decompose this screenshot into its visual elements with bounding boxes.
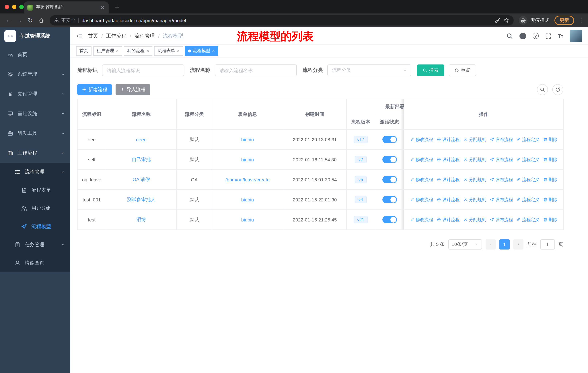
- fullscreen-icon[interactable]: [545, 33, 551, 39]
- sidebar-collapse-button[interactable]: [76, 33, 83, 39]
- close-icon[interactable]: ×: [116, 49, 119, 53]
- action-delete[interactable]: 删除: [543, 176, 557, 183]
- goto-page-input[interactable]: [540, 239, 555, 250]
- tag-home[interactable]: 首页: [76, 46, 92, 56]
- action-delete[interactable]: 删除: [543, 217, 557, 223]
- forward-button[interactable]: →: [14, 15, 25, 26]
- page-size-select[interactable]: 10条/页: [448, 239, 482, 250]
- sidebar-item-infrastructure[interactable]: 基础设施: [0, 104, 70, 123]
- action-assign-rule[interactable]: 分配规则: [463, 136, 486, 143]
- page-number-1[interactable]: 1: [499, 239, 510, 250]
- model-name-link[interactable]: 自己审批: [132, 157, 151, 162]
- search-button[interactable]: 搜索: [417, 64, 444, 76]
- active-toggle[interactable]: [382, 196, 397, 203]
- active-toggle[interactable]: [382, 216, 397, 223]
- sidebar-item-home[interactable]: 首页: [0, 45, 70, 64]
- breadcrumb-process-management[interactable]: 流程管理: [135, 33, 155, 39]
- security-chip[interactable]: 不安全: [54, 17, 75, 24]
- action-modify-process[interactable]: 修改流程: [410, 176, 433, 183]
- form-link[interactable]: /bpm/oa/leave/create: [225, 177, 270, 182]
- action-publish-process[interactable]: 发布流程: [490, 156, 513, 163]
- model-name-link[interactable]: OA 请假: [133, 177, 150, 182]
- password-key-button[interactable]: [495, 18, 501, 23]
- sidebar-item-process-model[interactable]: 流程模型: [0, 217, 70, 236]
- action-publish-process[interactable]: 发布流程: [490, 197, 513, 203]
- home-button[interactable]: [36, 15, 47, 26]
- sidebar-item-system[interactable]: 系统管理: [0, 64, 70, 84]
- reload-button[interactable]: ↻: [25, 15, 36, 26]
- form-link[interactable]: biubiu: [241, 157, 254, 162]
- close-window-button[interactable]: [5, 5, 9, 9]
- tag-process-form[interactable]: 流程表单×: [154, 46, 183, 56]
- action-design-process[interactable]: 设计流程: [437, 136, 460, 143]
- action-process-definition[interactable]: 流程定义: [516, 136, 539, 143]
- action-design-process[interactable]: 设计流程: [437, 176, 460, 183]
- sidebar-item-workflow[interactable]: 工作流程: [0, 143, 70, 163]
- action-process-definition[interactable]: 流程定义: [516, 197, 539, 203]
- active-toggle[interactable]: [382, 176, 397, 183]
- font-size-icon[interactable]: TT: [557, 33, 563, 39]
- action-design-process[interactable]: 设计流程: [437, 197, 460, 203]
- form-link[interactable]: biubiu: [241, 197, 254, 202]
- action-assign-rule[interactable]: 分配规则: [463, 156, 486, 163]
- active-toggle[interactable]: [382, 156, 397, 163]
- search-icon[interactable]: [506, 33, 513, 39]
- breadcrumb-workflow[interactable]: 工作流程: [106, 33, 126, 39]
- action-modify-process[interactable]: 修改流程: [410, 156, 433, 163]
- next-page-button[interactable]: [513, 239, 524, 250]
- tag-my-process[interactable]: 我的流程×: [124, 46, 152, 56]
- bookmark-star-button[interactable]: [504, 18, 509, 23]
- sidebar-item-payment[interactable]: ¥支付管理: [0, 84, 70, 104]
- action-process-definition[interactable]: 流程定义: [516, 176, 539, 183]
- sidebar-item-user-group[interactable]: 用户分组: [0, 199, 70, 217]
- action-delete[interactable]: 删除: [543, 136, 557, 143]
- process-id-input[interactable]: [102, 64, 184, 76]
- action-process-definition[interactable]: 流程定义: [516, 217, 539, 223]
- action-assign-rule[interactable]: 分配规则: [463, 176, 486, 183]
- prev-page-button[interactable]: [486, 239, 496, 250]
- form-link[interactable]: biubiu: [241, 217, 254, 222]
- github-icon[interactable]: [519, 33, 526, 39]
- browser-tab[interactable]: 芋道管理系统 ×: [24, 1, 109, 13]
- browser-menu-button[interactable]: ⋮: [577, 17, 585, 24]
- action-publish-process[interactable]: 发布流程: [490, 176, 513, 183]
- model-name-link[interactable]: eeee: [136, 137, 147, 142]
- tag-process-model[interactable]: 流程模型×: [185, 46, 218, 56]
- close-icon[interactable]: ×: [177, 49, 179, 53]
- action-assign-rule[interactable]: 分配规则: [463, 217, 486, 223]
- chrome-update-button[interactable]: 更新: [555, 16, 574, 25]
- close-icon[interactable]: ×: [146, 49, 149, 53]
- app-logo[interactable]: 芋道管理系统: [0, 27, 70, 45]
- minimize-window-button[interactable]: [12, 5, 16, 9]
- sidebar-item-task-management[interactable]: 任务管理: [0, 236, 70, 254]
- action-delete[interactable]: 删除: [543, 197, 557, 203]
- action-delete[interactable]: 删除: [543, 156, 557, 163]
- address-bar[interactable]: 不安全 dashboard.yudao.iocoder.cn/bpm/manag…: [50, 15, 514, 26]
- reset-button[interactable]: 重置: [449, 64, 476, 76]
- sidebar-item-process-form[interactable]: 流程表单: [0, 181, 70, 199]
- help-icon[interactable]: ?: [532, 33, 539, 39]
- tag-tenant[interactable]: 租户管理×: [93, 46, 122, 56]
- show-search-button[interactable]: [537, 84, 548, 95]
- import-process-button[interactable]: 导入流程: [116, 84, 150, 95]
- action-design-process[interactable]: 设计流程: [437, 217, 460, 223]
- zoom-window-button[interactable]: [19, 5, 24, 9]
- create-process-button[interactable]: 新建流程: [77, 84, 112, 95]
- category-select[interactable]: 流程分类: [327, 64, 411, 76]
- action-process-definition[interactable]: 流程定义: [516, 156, 539, 163]
- new-tab-button[interactable]: +: [112, 2, 122, 12]
- user-avatar[interactable]: [570, 30, 582, 42]
- action-publish-process[interactable]: 发布流程: [490, 136, 513, 143]
- action-design-process[interactable]: 设计流程: [437, 156, 460, 163]
- action-publish-process[interactable]: 发布流程: [490, 217, 513, 223]
- sidebar-item-devtools[interactable]: 研发工具: [0, 123, 70, 143]
- action-modify-process[interactable]: 修改流程: [410, 197, 433, 203]
- tab-close-icon[interactable]: ×: [100, 5, 105, 10]
- breadcrumb-home[interactable]: 首页: [88, 33, 98, 39]
- back-button[interactable]: ←: [3, 15, 14, 26]
- action-modify-process[interactable]: 修改流程: [410, 136, 433, 143]
- model-name-link[interactable]: 滔博: [136, 217, 146, 222]
- action-modify-process[interactable]: 修改流程: [410, 217, 433, 223]
- active-toggle[interactable]: [382, 136, 397, 143]
- model-name-link[interactable]: 测试多审批人: [127, 197, 156, 202]
